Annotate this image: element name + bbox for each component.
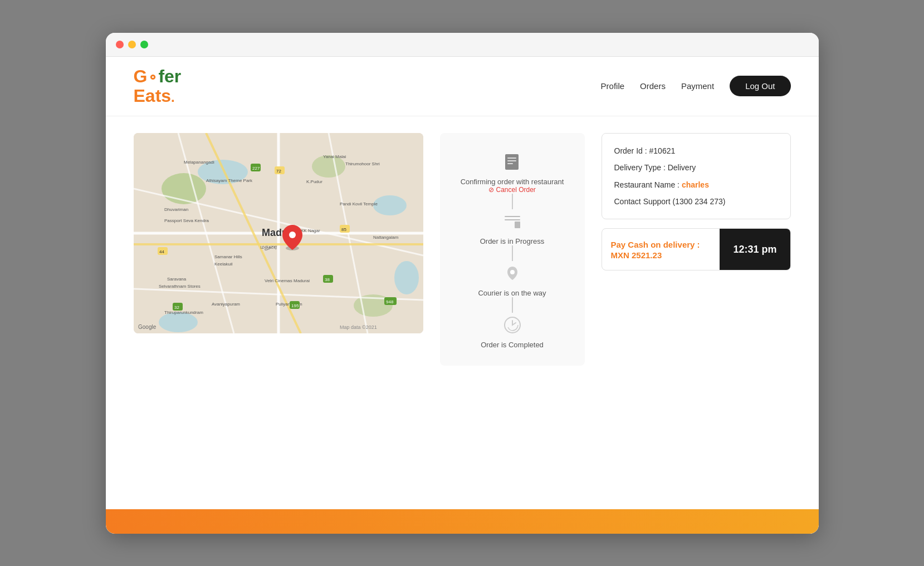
nav-links: Profile Orders Payment Log Out <box>601 76 791 96</box>
logout-button[interactable]: Log Out <box>730 76 790 96</box>
svg-text:Google: Google <box>138 324 157 330</box>
svg-text:K.Pudur: K.Pudur <box>306 179 322 184</box>
svg-point-3 <box>394 261 419 294</box>
restaurant-label: Restaurant Name : <box>614 180 682 189</box>
svg-text:மதுரை: மதுரை <box>261 243 277 250</box>
app-window: G⚬fer Eats. Profile Orders Payment Log O… <box>106 33 819 534</box>
payment-link[interactable]: Payment <box>681 81 714 91</box>
svg-text:Dhuvariman: Dhuvariman <box>164 207 188 212</box>
order-id: Order Id : #10621 <box>614 145 778 157</box>
payment-amount: MXN 2521.23 <box>611 250 711 260</box>
on-way-label: Courier is on the way <box>478 289 546 297</box>
confirming-icon <box>500 150 524 174</box>
contact-support: Contact Support (1300 234 273) <box>614 195 778 208</box>
svg-text:44: 44 <box>159 249 164 254</box>
orders-link[interactable]: Orders <box>640 81 666 91</box>
confirming-label: Confirming order with restaurant <box>461 178 564 186</box>
svg-text:72: 72 <box>276 169 281 174</box>
svg-text:227: 227 <box>252 166 260 171</box>
logo-period: . <box>171 90 175 105</box>
map-svg: Madurai மதுரை Melapanangadi Yanai Malai … <box>134 133 423 333</box>
svg-text:Melapanangadi: Melapanangadi <box>184 160 214 165</box>
completed-label: Order is Completed <box>481 341 544 349</box>
svg-rect-60 <box>505 216 520 217</box>
svg-rect-56 <box>505 154 519 170</box>
order-tracking: Confirming order with restaurant ⊘ Cance… <box>440 133 585 366</box>
svg-text:Athisayam Theme Park: Athisayam Theme Park <box>206 178 253 183</box>
svg-text:32: 32 <box>174 305 179 310</box>
logo: G⚬fer Eats. <box>134 67 182 106</box>
svg-text:Selvarathnam Stores: Selvarathnam Stores <box>159 284 201 289</box>
connector-2 <box>512 245 513 261</box>
order-info-panel: Order Id : #10621 Delivery Type : Delive… <box>602 133 791 366</box>
svg-text:195: 195 <box>291 303 299 308</box>
svg-text:Saravana: Saravana <box>167 277 187 282</box>
svg-rect-57 <box>507 158 516 159</box>
title-bar <box>106 33 819 57</box>
order-details-box: Order Id : #10621 Delivery Type : Delive… <box>602 133 791 220</box>
logo-fer: fer <box>158 66 181 86</box>
svg-text:Passport Seva Kendra: Passport Seva Kendra <box>164 218 209 223</box>
step-in-progress: Order is in Progress <box>480 209 545 245</box>
payment-info: Pay Cash on delivery : MXN 2521.23 <box>602 229 720 270</box>
svg-text:Vetri Cinemas Madurai: Vetri Cinemas Madurai <box>265 278 310 283</box>
svg-rect-58 <box>507 160 516 161</box>
restaurant-value: charles <box>682 180 709 189</box>
svg-text:948: 948 <box>386 299 394 304</box>
payment-label: Pay Cash on delivery : <box>611 239 711 250</box>
close-dot[interactable] <box>116 41 124 48</box>
step-on-way: Courier is on the way <box>478 261 546 297</box>
map-container: Madurai மதுரை Melapanangadi Yanai Malai … <box>134 133 423 333</box>
svg-text:Pandi Kovil Temple: Pandi Kovil Temple <box>340 201 378 206</box>
svg-text:KK Nagar: KK Nagar <box>301 228 320 233</box>
cancel-order-link[interactable]: ⊘ Cancel Order <box>488 186 536 194</box>
svg-rect-59 <box>507 163 513 164</box>
restaurant-name-row: Restaurant Name : charles <box>614 179 778 191</box>
svg-point-2 <box>373 195 407 215</box>
svg-text:Samanar Hills: Samanar Hills <box>214 254 242 259</box>
completed-icon <box>500 313 525 337</box>
svg-point-63 <box>510 270 515 274</box>
logo-g: G <box>134 66 148 86</box>
svg-text:Yanai Malai: Yanai Malai <box>323 154 346 159</box>
svg-text:Thirumohoor Shri: Thirumohoor Shri <box>345 161 380 166</box>
connector-1 <box>512 194 513 209</box>
footer-bar <box>106 509 819 534</box>
navbar: G⚬fer Eats. Profile Orders Payment Log O… <box>106 57 819 116</box>
in-progress-icon <box>500 209 525 234</box>
maximize-dot[interactable] <box>140 41 148 48</box>
logo-eats: Eats <box>134 86 172 106</box>
svg-text:Thiruparunkundram: Thiruparunkundram <box>164 310 203 315</box>
svg-rect-61 <box>505 219 520 220</box>
svg-text:Keelakuil: Keelakuil <box>214 262 233 267</box>
logo-circle: ⚬ <box>147 70 158 85</box>
on-way-icon <box>500 261 525 286</box>
step-completed: Order is Completed <box>481 313 544 349</box>
svg-point-4 <box>159 312 198 332</box>
svg-text:Nattangalam: Nattangalam <box>373 235 399 240</box>
in-progress-label: Order is in Progress <box>480 237 545 245</box>
minimize-dot[interactable] <box>128 41 136 48</box>
svg-text:Avaniyapuram: Avaniyapuram <box>212 302 240 307</box>
main-content: Madurai மதுரை Melapanangadi Yanai Malai … <box>106 116 819 382</box>
profile-link[interactable]: Profile <box>601 81 625 91</box>
delivery-type: Delivery Type : Delivery <box>614 161 778 174</box>
svg-point-53 <box>289 232 296 238</box>
step-confirming: Confirming order with restaurant ⊘ Cance… <box>461 150 564 194</box>
time-display: 12:31 pm <box>720 229 790 270</box>
connector-3 <box>512 297 513 313</box>
payment-box: Pay Cash on delivery : MXN 2521.23 12:31… <box>602 228 791 270</box>
svg-text:38: 38 <box>325 277 330 282</box>
svg-text:85: 85 <box>341 227 346 232</box>
svg-text:Map data ©2021: Map data ©2021 <box>340 324 377 330</box>
